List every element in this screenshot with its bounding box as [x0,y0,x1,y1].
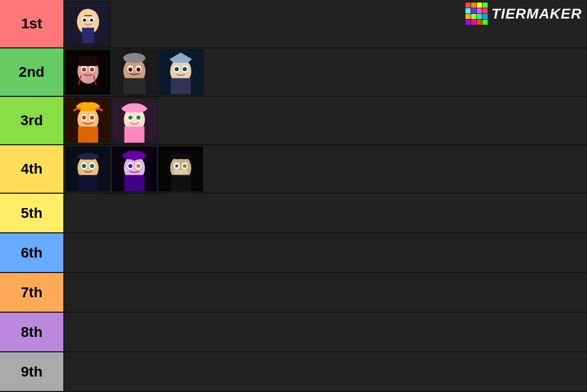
logo-grid-cell [465,14,471,19]
logo-grid-cell [465,20,471,25]
tier-row-9th: 9th [0,352,587,392]
svg-rect-66 [174,170,187,174]
svg-point-22 [136,67,141,72]
tier-content-4th [64,145,587,193]
svg-point-30 [183,67,187,71]
logo-text: TiERMAKER [492,6,582,22]
svg-point-13 [90,67,94,72]
svg-point-21 [128,67,132,72]
logo-grid-cell [471,14,476,19]
svg-rect-59 [124,175,144,191]
svg-point-68 [183,164,186,167]
svg-rect-67 [170,175,191,191]
svg-point-51 [90,164,94,168]
logo-grid-cell [477,20,482,25]
logo-grid-cell [465,3,471,8]
svg-rect-14 [78,56,97,66]
tier-row-4th: 4th [0,145,587,194]
tier-content-5th [64,194,587,232]
tier-label-7th: 7th [0,273,64,312]
svg-point-29 [175,67,179,71]
character-douma[interactable] [112,146,157,192]
logo-grid-cell [477,8,482,13]
tier-label-6th: 6th [0,233,64,272]
svg-point-37 [90,115,94,120]
tier-content-2nd [64,48,587,96]
character-muichiro[interactable] [158,49,203,95]
svg-rect-38 [78,127,98,143]
svg-rect-2 [82,28,94,43]
tier-label-1st: 1st [0,0,64,47]
svg-point-58 [136,164,141,168]
svg-point-64 [175,164,178,167]
svg-point-44 [136,115,141,120]
logo-area: TiERMAKER [465,3,582,25]
logo-grid-cell [482,8,488,13]
svg-point-36 [82,115,86,120]
svg-rect-31 [170,78,191,94]
tier-label-8th: 8th [0,313,64,351]
tier-content-9th [64,352,587,391]
character-rengoku[interactable] [65,98,111,143]
tier-label-2nd: 2nd [0,48,64,96]
logo-grid-cell [471,3,476,8]
logo-grid [465,3,488,25]
svg-rect-45 [124,127,144,143]
svg-rect-52 [78,175,98,191]
logo-grid-cell [471,8,476,13]
tier-label-4th: 4th [0,145,64,193]
character-tanjiro[interactable] [65,146,111,192]
svg-point-50 [82,164,86,168]
svg-point-43 [128,115,132,120]
tier-table: TiERMAKER 1st 2nd [0,0,587,392]
tier-content-3rd [64,97,587,144]
tier-content-7th [64,273,587,312]
tier-label-5th: 5th [0,194,64,232]
logo-grid-cell [471,20,476,25]
tier-row-6th: 6th [0,233,587,273]
logo-grid-cell [477,14,482,19]
character-kokushibo[interactable] [65,49,111,95]
tier-row-8th: 8th [0,313,587,352]
character-gyomei[interactable] [112,49,157,95]
svg-point-24 [124,53,146,63]
tier-content-6th [64,233,587,272]
character-yoriichi[interactable] [65,1,111,46]
character-obanai[interactable] [158,146,203,192]
svg-rect-23 [124,78,146,94]
svg-point-12 [82,67,86,72]
tier-label-9th: 9th [0,352,64,391]
svg-point-6 [90,19,93,22]
tier-row-5th: 5th [0,194,587,233]
logo-grid-cell [465,8,471,13]
character-mitsuri[interactable] [112,98,157,143]
logo-grid-cell [482,3,488,8]
svg-point-57 [128,164,132,168]
logo-grid-cell [482,20,488,25]
svg-point-5 [83,19,86,22]
tier-label-3rd: 3rd [0,97,64,144]
tier-row-2nd: 2nd [0,48,587,97]
tier-content-8th [64,313,587,351]
logo-grid-cell [482,14,488,19]
tier-row-7th: 7th [0,273,587,313]
tier-row-3rd: 3rd [0,97,587,145]
logo-grid-cell [477,3,482,8]
